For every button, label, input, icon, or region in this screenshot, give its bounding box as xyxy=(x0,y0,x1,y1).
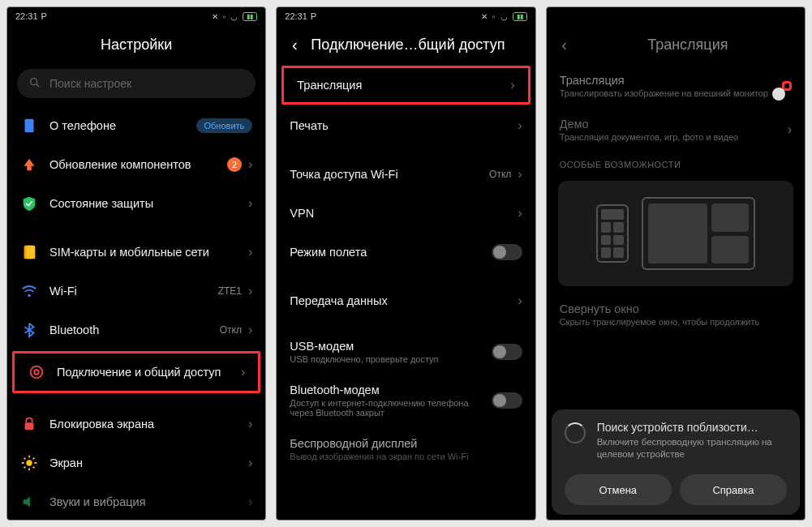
illustration-tv-icon xyxy=(642,197,755,270)
status-bar xyxy=(547,7,805,25)
row-hotspot[interactable]: Точка доступа Wi-Fi Откл› xyxy=(277,155,535,194)
status-bar: 22:31 P ✕ ▫ ◡ ▮▮ xyxy=(7,7,265,25)
row-wireless-display[interactable]: Беспроводной дисплей Вывод изображения н… xyxy=(277,427,535,471)
row-vpn[interactable]: VPN › xyxy=(277,194,535,233)
airplane-toggle[interactable] xyxy=(492,244,522,260)
row-sim-cards[interactable]: SIM-карты и мобильные сети › xyxy=(7,233,265,272)
status-bar: 22:31 P ✕ ▫ ◡ ▮▮ xyxy=(277,7,535,25)
header: ‹ Трансляция xyxy=(547,25,805,64)
share-icon xyxy=(28,363,45,381)
status-time: 22:31 xyxy=(285,11,307,21)
section-special: ОСОБЫЕ ВОЗМОЖНОСТИ xyxy=(547,152,805,174)
screen-cast: ‹ Трансляция Трансляция Транслировать из… xyxy=(546,6,806,521)
chevron-right-icon: › xyxy=(248,495,252,509)
signal-icon: ▫ xyxy=(223,12,226,21)
page-title: Трансляция xyxy=(581,36,795,54)
svg-point-9 xyxy=(26,460,32,465)
status-time: 22:31 xyxy=(15,11,38,21)
chevron-right-icon: › xyxy=(248,456,252,470)
usb-tether-toggle[interactable] xyxy=(492,344,522,360)
chevron-right-icon: › xyxy=(248,196,252,211)
status-p-icon: P xyxy=(41,11,47,21)
row-about-phone[interactable]: О телефоне Обновить xyxy=(7,106,265,145)
svg-line-1 xyxy=(37,84,39,87)
chevron-right-icon: › xyxy=(248,157,252,172)
row-security-status[interactable]: Состояние защиты › xyxy=(7,184,265,223)
badge-count: 2 xyxy=(227,157,242,172)
illustration-phone-icon xyxy=(596,204,629,263)
page-title: Подключение…бщий доступ xyxy=(311,36,525,54)
wifi-icon: ◡ xyxy=(501,12,508,21)
row-cast-toggle[interactable]: Трансляция Транслировать изображение на … xyxy=(547,64,805,108)
row-bluetooth[interactable]: Bluetooth Откл› xyxy=(7,311,265,349)
shield-icon xyxy=(20,195,38,212)
header: ‹ Подключение…бщий доступ xyxy=(277,25,535,64)
svg-point-7 xyxy=(31,366,43,379)
sim-icon xyxy=(20,243,38,261)
row-connection-sharing[interactable]: Подключение и общий доступ › xyxy=(12,351,260,393)
row-cast[interactable]: Трансляция › xyxy=(281,66,530,105)
svg-rect-4 xyxy=(26,246,35,259)
svg-line-14 xyxy=(24,458,26,460)
chevron-right-icon: › xyxy=(518,206,522,221)
header: Настройки xyxy=(7,25,265,64)
chevron-right-icon: › xyxy=(518,293,522,308)
page-title: Настройки xyxy=(17,36,256,54)
row-usb-tether[interactable]: USB-модем USB подключено, проверьте дост… xyxy=(277,330,535,374)
svg-line-15 xyxy=(33,467,35,469)
chevron-right-icon: › xyxy=(248,323,252,337)
battery-icon: ▮▮ xyxy=(513,12,527,21)
chevron-right-icon: › xyxy=(248,284,252,298)
svg-rect-2 xyxy=(25,119,34,133)
arrow-up-icon xyxy=(20,156,38,174)
dialog-subtitle: Включите беспроводную трансляцию на целе… xyxy=(597,436,787,461)
hotspot-value: Откл xyxy=(489,169,511,180)
screen-settings: 22:31 P ✕ ▫ ◡ ▮▮ Настройки Поиск настрое… xyxy=(6,6,266,521)
row-sound[interactable]: Звуки и вибрация › xyxy=(7,482,265,520)
wifi-icon: ◡ xyxy=(230,12,238,21)
row-data-usage[interactable]: Передача данных › xyxy=(277,281,535,320)
chevron-right-icon: › xyxy=(248,245,252,259)
wifi-icon xyxy=(20,282,38,300)
vibrate-icon: ✕ xyxy=(481,12,488,21)
svg-point-6 xyxy=(34,370,39,375)
svg-line-17 xyxy=(33,458,35,460)
row-print[interactable]: Печать › xyxy=(277,106,535,145)
svg-rect-8 xyxy=(25,422,34,430)
update-pill[interactable]: Обновить xyxy=(196,118,253,133)
vibrate-icon: ✕ xyxy=(212,12,218,21)
chevron-right-icon: › xyxy=(518,118,522,133)
chevron-right-icon: › xyxy=(248,417,252,431)
back-button[interactable]: ‹ xyxy=(286,36,303,53)
signal-icon: ▫ xyxy=(492,12,496,21)
row-collapse-window[interactable]: Свернуть окно Скрыть транслируемое окно,… xyxy=(547,293,805,336)
wifi-value: ZTE1 xyxy=(218,285,242,297)
cast-illustration xyxy=(558,181,793,286)
bt-tether-toggle[interactable] xyxy=(492,392,522,409)
search-devices-dialog: Поиск устройств поблизости… Включите бес… xyxy=(552,409,800,515)
row-airplane-mode[interactable]: Режим полета xyxy=(277,233,535,272)
row-bt-tether[interactable]: Bluetooth-модем Доступ к интернет-подклю… xyxy=(277,374,535,427)
bluetooth-icon xyxy=(20,321,38,339)
lock-icon xyxy=(20,415,38,433)
svg-line-16 xyxy=(24,467,26,469)
row-wifi[interactable]: Wi-Fi ZTE1› xyxy=(7,272,265,311)
sun-icon xyxy=(20,454,38,472)
back-button[interactable]: ‹ xyxy=(556,36,573,53)
row-component-updates[interactable]: Обновление компонентов 2 › xyxy=(7,145,265,184)
search-input[interactable]: Поиск настроек xyxy=(17,69,256,98)
battery-icon: ▮▮ xyxy=(243,12,257,21)
row-display[interactable]: Экран › xyxy=(7,443,265,482)
bluetooth-value: Откл xyxy=(220,324,242,336)
chevron-right-icon: › xyxy=(241,365,245,379)
row-lock-screen[interactable]: Блокировка экрана › xyxy=(7,405,265,443)
chevron-right-icon: › xyxy=(518,167,522,182)
screen-connection-sharing: 22:31 P ✕ ▫ ◡ ▮▮ ‹ Подключение…бщий дост… xyxy=(276,6,535,521)
search-placeholder: Поиск настроек xyxy=(49,77,131,90)
search-icon xyxy=(28,76,41,92)
row-demo[interactable]: Демо Трансляция документов, игр, фото и … xyxy=(547,108,805,152)
status-p-icon: P xyxy=(311,11,316,21)
help-button[interactable]: Справка xyxy=(680,474,787,505)
svg-point-0 xyxy=(31,78,37,84)
cancel-button[interactable]: Отмена xyxy=(565,474,672,505)
